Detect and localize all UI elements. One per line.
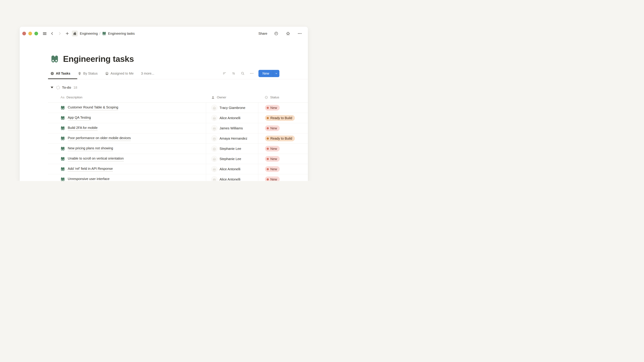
column-label: Status: [270, 95, 279, 99]
task-cell[interactable]: Unresponsive user interface: [48, 174, 206, 181]
tab-all-tasks[interactable]: All Tasks: [50, 71, 70, 75]
status-dot-icon: [267, 158, 269, 160]
status-cell[interactable]: New: [258, 144, 308, 154]
owner-cell[interactable]: Stephanie Lee: [206, 144, 258, 154]
status-badge[interactable]: New: [265, 156, 280, 162]
task-title[interactable]: App QA Testing: [68, 116, 91, 120]
status-dot-icon: [267, 107, 269, 109]
window-topbar: Engineering / Engineering tasks Share: [20, 27, 308, 40]
view-tabs: All Tasks By Status Assigned to Me 3 mor…: [48, 70, 238, 77]
column-header-owner[interactable]: Owner: [206, 92, 258, 103]
column-header-description[interactable]: Aa Description: [48, 92, 206, 103]
minimize-window-icon[interactable]: [28, 32, 32, 35]
owner-name: Alice Antonelli: [220, 116, 240, 120]
view-options-icon[interactable]: [250, 71, 254, 75]
back-icon[interactable]: [49, 31, 55, 36]
tabs-more[interactable]: 3 more...: [141, 71, 154, 75]
table-row: Unresponsive user interface Alice Antone…: [48, 174, 308, 181]
tab-by-status[interactable]: By Status: [78, 71, 98, 75]
status-cell[interactable]: Ready to Build: [258, 113, 308, 123]
task-cell[interactable]: Build 2FA for mobile: [48, 123, 206, 133]
status-badge[interactable]: Ready to Build: [265, 136, 295, 141]
status-cell[interactable]: New: [258, 154, 308, 164]
favorite-star-icon[interactable]: [285, 31, 291, 36]
status-label: Ready to Build: [270, 116, 292, 120]
filter-icon[interactable]: [222, 71, 226, 75]
avatar: [211, 135, 217, 141]
owner-cell[interactable]: Amaya Hernandez: [206, 133, 258, 143]
table-row: App QA Testing Alice Antonelli Ready to …: [48, 113, 308, 123]
binoculars-icon: [60, 116, 65, 120]
binoculars-icon: [60, 157, 65, 161]
table-row: New pricing plans not showing Stephanie …: [48, 144, 308, 154]
status-cell[interactable]: New: [258, 123, 308, 133]
sidebar-menu-icon[interactable]: [42, 31, 48, 36]
more-options-icon[interactable]: [297, 31, 302, 36]
workspace-building-icon[interactable]: [72, 30, 78, 36]
status-label: Ready to Build: [270, 137, 292, 140]
task-cell[interactable]: App QA Testing: [48, 113, 206, 123]
topbar-actions: Share: [258, 31, 302, 36]
owner-name: James Williams: [220, 126, 243, 130]
zoom-window-icon[interactable]: [34, 32, 38, 35]
close-window-icon[interactable]: [22, 32, 26, 35]
person-icon: [211, 95, 215, 99]
view-toolbar: New: [222, 70, 280, 77]
page-binoculars-icon[interactable]: [50, 55, 59, 63]
column-header-status[interactable]: Status: [258, 92, 308, 103]
new-dropdown-button[interactable]: [273, 70, 280, 77]
history-clock-icon[interactable]: [273, 31, 279, 36]
owner-cell[interactable]: James Williams: [206, 123, 258, 133]
owner-cell[interactable]: Alice Antonelli: [206, 113, 258, 123]
binoculars-icon: [60, 146, 65, 151]
task-title[interactable]: Poor performance on older mobile devices: [68, 136, 131, 141]
app-window: Engineering / Engineering tasks Share En…: [20, 27, 308, 181]
collapse-triangle-icon[interactable]: [51, 87, 53, 88]
table-row: Customer Round Table & Scoping Tracy Gia…: [48, 103, 308, 113]
status-burst-icon: [264, 95, 268, 99]
breadcrumb-workspace[interactable]: Engineering: [80, 32, 98, 35]
page-title[interactable]: Engineering tasks: [63, 54, 134, 64]
status-badge[interactable]: New: [265, 166, 280, 172]
status-cell[interactable]: New: [258, 103, 308, 113]
status-badge[interactable]: New: [265, 105, 280, 111]
status-label: New: [270, 126, 277, 130]
task-cell[interactable]: New pricing plans not showing: [48, 144, 206, 154]
owner-cell[interactable]: Alice Antonelli: [206, 174, 258, 181]
status-badge[interactable]: New: [265, 176, 280, 181]
table-row: Poor performance on older mobile devices…: [48, 133, 308, 144]
task-title[interactable]: New pricing plans not showing: [68, 146, 113, 151]
share-button[interactable]: Share: [258, 32, 267, 35]
task-cell[interactable]: Customer Round Table & Scoping: [48, 103, 206, 113]
task-title[interactable]: Customer Round Table & Scoping: [68, 105, 118, 110]
search-icon[interactable]: [241, 71, 245, 75]
text-type-icon: Aa: [60, 95, 64, 99]
task-cell[interactable]: Poor performance on older mobile devices: [48, 133, 206, 143]
status-badge[interactable]: Ready to Build: [265, 115, 295, 121]
owner-cell[interactable]: Stephanie Lee: [206, 154, 258, 164]
tab-assigned-to-me[interactable]: Assigned to Me: [105, 71, 134, 75]
status-cell[interactable]: New: [258, 174, 308, 181]
owner-cell[interactable]: Tracy Giambrone: [206, 103, 258, 113]
owner-cell[interactable]: Alice Antonelli: [206, 164, 258, 174]
breadcrumb-page[interactable]: Engineering tasks: [108, 32, 135, 35]
new-page-plus-icon[interactable]: [64, 31, 70, 36]
task-title[interactable]: Add ‘ref’ field in API Response: [68, 167, 113, 172]
forward-icon[interactable]: [57, 31, 62, 36]
task-title[interactable]: Unable to scroll on vertical orientation: [68, 157, 124, 161]
status-badge[interactable]: New: [265, 146, 280, 151]
task-cell[interactable]: Unable to scroll on vertical orientation: [48, 154, 206, 164]
new-button[interactable]: New: [258, 70, 273, 77]
status-badge[interactable]: New: [265, 125, 280, 131]
status-cell[interactable]: Ready to Build: [258, 133, 308, 143]
chevron-down-icon: [275, 72, 278, 75]
tab-label: Assigned to Me: [110, 71, 134, 75]
sort-icon[interactable]: [232, 71, 236, 75]
task-cell[interactable]: Add ‘ref’ field in API Response: [48, 164, 206, 174]
group-name[interactable]: To-do: [62, 86, 71, 89]
task-title[interactable]: Build 2FA for mobile: [68, 126, 98, 131]
table-row: Add ‘ref’ field in API Response Alice An…: [48, 164, 308, 174]
status-cell[interactable]: New: [258, 164, 308, 174]
task-title[interactable]: Unresponsive user interface: [68, 177, 110, 181]
status-dot-icon: [267, 117, 269, 119]
